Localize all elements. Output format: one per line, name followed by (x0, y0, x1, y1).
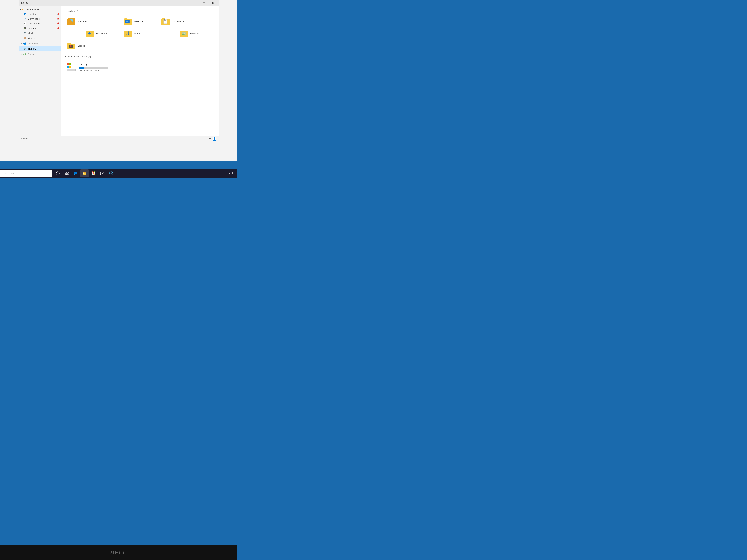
edge-button[interactable] (72, 169, 80, 178)
folder-pictures[interactable]: Pictures (178, 28, 214, 39)
folder-3d-objects-icon (67, 17, 76, 26)
system-tray-chevron[interactable]: ▲ (229, 172, 231, 175)
svg-point-16 (24, 54, 24, 55)
svg-rect-40 (73, 45, 73, 45)
sidebar-documents-label: Documents (28, 22, 40, 25)
svg-rect-12 (24, 48, 26, 49)
titlebar-text: This PC (20, 2, 28, 4)
sidebar-videos-label: Videos (28, 37, 35, 39)
folder-music[interactable]: Music (121, 28, 158, 39)
folder-videos-icon (67, 41, 76, 50)
status-bar: 8 items (19, 136, 218, 141)
explorer-body: ▾ ★ Quick access Desktop 📌 (19, 6, 218, 136)
drive-c-name: OS (C:) (79, 63, 108, 66)
folder-videos[interactable]: Videos (65, 40, 102, 52)
sidebar-item-music[interactable]: 🎵 Music (19, 31, 61, 35)
svg-rect-3 (24, 20, 26, 20)
start-button[interactable] (54, 169, 62, 178)
autodesk-button[interactable] (107, 169, 115, 178)
folder-downloads-label: Downloads (96, 32, 108, 35)
taskbar: e to search (0, 169, 237, 178)
folder-desktop-icon (123, 17, 132, 26)
svg-point-15 (24, 53, 25, 54)
mail-button[interactable] (98, 169, 106, 178)
drive-c-info: OS (C:) 195 GB free of 235 GB (79, 63, 108, 72)
taskbar-search-box[interactable]: e to search (0, 170, 52, 177)
show-desktop-button[interactable] (232, 171, 236, 176)
file-explorer-button[interactable] (80, 169, 88, 178)
folders-section-label: Folders (7) (67, 10, 79, 12)
quick-access-icon: ★ (22, 8, 24, 11)
status-view-icons (208, 137, 216, 140)
folder-documents[interactable]: A Documents (159, 16, 196, 27)
close-button[interactable]: ✕ (209, 0, 217, 6)
maximize-button[interactable]: □ (200, 0, 208, 6)
svg-rect-45 (67, 66, 69, 68)
folder-music-icon (123, 29, 132, 38)
folders-chevron: ▾ (65, 10, 66, 12)
svg-rect-10 (24, 44, 26, 45)
svg-point-59 (56, 172, 59, 175)
folder-downloads[interactable]: Downloads (83, 28, 121, 39)
svg-rect-27 (126, 21, 128, 22)
svg-text:A: A (164, 19, 165, 21)
sidebar-item-thispc[interactable]: ▶ This PC (19, 46, 61, 51)
svg-rect-66 (83, 173, 84, 174)
svg-rect-42 (73, 47, 73, 48)
folder-music-label: Music (134, 32, 140, 35)
drive-c[interactable]: OS (C:) 195 GB free of 235 GB (65, 61, 215, 74)
downloads-pin-icon: 📌 (57, 18, 59, 20)
svg-point-35 (184, 33, 185, 34)
drives-section-header[interactable]: ▾ Devices and drives (1) (65, 55, 215, 59)
sidebar-item-documents[interactable]: Documents 📌 (19, 21, 61, 26)
sidebar-item-desktop[interactable]: Desktop 📌 (19, 11, 61, 16)
view-tiles-icon[interactable] (213, 137, 216, 140)
svg-rect-60 (65, 172, 67, 173)
svg-rect-14 (24, 50, 26, 50)
svg-point-49 (75, 70, 76, 70)
svg-rect-43 (67, 63, 69, 65)
svg-rect-74 (233, 172, 235, 174)
videos-icon: 🎞️ (23, 36, 27, 40)
svg-point-17 (25, 54, 26, 55)
svg-line-19 (25, 54, 26, 54)
svg-rect-75 (233, 174, 235, 175)
sidebar-item-pictures[interactable]: Pictures 📌 (19, 26, 61, 31)
sidebar-pictures-label: Pictures (28, 27, 36, 30)
svg-rect-63 (67, 174, 68, 175)
documents-icon (23, 22, 27, 25)
svg-rect-39 (69, 47, 70, 48)
svg-rect-51 (209, 138, 211, 138)
folder-3d-objects[interactable]: 3D Objects (65, 16, 102, 27)
svg-rect-0 (24, 12, 26, 15)
task-view-button[interactable] (62, 169, 71, 178)
svg-rect-13 (24, 49, 25, 50)
quick-access-header[interactable]: ▾ ★ Quick access (19, 7, 61, 11)
svg-rect-50 (68, 70, 71, 70)
sidebar-item-onedrive[interactable]: ▶ OneDrive (19, 41, 61, 46)
svg-rect-58 (215, 139, 216, 140)
desktop-icon (23, 12, 27, 16)
sidebar-thispc-label: This PC (28, 47, 36, 50)
screen: This PC ─ □ ✕ ▾ ★ Quick access (0, 0, 237, 161)
sidebar-onedrive-label: OneDrive (28, 42, 38, 45)
minimize-button[interactable]: ─ (191, 0, 199, 6)
drive-c-space: 195 GB free of 235 GB (79, 70, 108, 72)
folder-documents-label: Documents (172, 20, 184, 23)
sidebar-item-network[interactable]: ▶ Network (19, 52, 61, 56)
folder-videos-label: Videos (78, 45, 85, 47)
svg-line-18 (24, 54, 25, 54)
drive-c-bar-bg (79, 67, 108, 69)
folders-section-header[interactable]: ▾ Folders (7) (65, 10, 215, 14)
drives-chevron: ▾ (65, 56, 66, 58)
svg-rect-57 (213, 139, 214, 140)
store-button[interactable] (89, 169, 98, 178)
sidebar-item-downloads[interactable]: Downloads 📌 (19, 16, 61, 21)
folder-desktop[interactable]: Desktop (121, 16, 158, 27)
sidebar-item-videos[interactable]: 🎞️ Videos (19, 35, 61, 41)
svg-rect-55 (213, 137, 214, 138)
svg-rect-52 (209, 138, 211, 139)
svg-point-73 (109, 172, 113, 175)
view-details-icon[interactable] (208, 137, 212, 140)
taskbar-icons (54, 169, 115, 178)
